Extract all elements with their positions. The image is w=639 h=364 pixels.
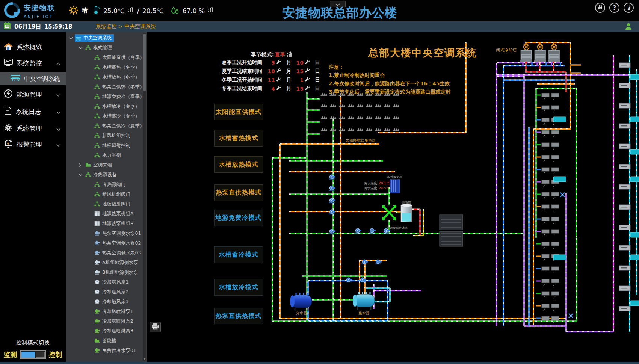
heat-exchanger-label: 板式换热器 <box>387 175 402 179</box>
tree-item-5[interactable]: 热泵直供热（冬季） <box>66 82 147 92</box>
chevron-right-icon[interactable] <box>79 163 83 167</box>
tree-item-32[interactable]: 免费供冷水泵01 <box>66 346 147 355</box>
water-pump-icon[interactable] <box>329 198 335 203</box>
fan-icon <box>94 279 100 285</box>
storage-tank[interactable] <box>401 204 412 222</box>
tree-item-20[interactable]: 热泵空调侧水泵01 <box>66 228 147 238</box>
unit-control-button[interactable] <box>630 177 639 182</box>
tree-item-label: 热泵空调侧水泵03 <box>102 250 141 256</box>
tree-item-10[interactable]: 新风机组控制 <box>66 131 147 140</box>
breadcrumb[interactable]: 系统监控 > 中央空调系统 <box>95 23 156 30</box>
fan-coil-icon[interactable] <box>569 314 573 318</box>
tree-item-26[interactable]: 冷却塔风扇2 <box>66 287 147 297</box>
cooling-towers[interactable] <box>520 44 560 62</box>
unit-control-button[interactable] <box>630 301 639 306</box>
trend-chart-icon[interactable] <box>128 7 134 14</box>
tree-item-12[interactable]: 水力平衡 <box>66 150 147 160</box>
tree-item-13[interactable]: 空调末端 <box>66 160 147 170</box>
help-button[interactable]: ? <box>609 3 619 13</box>
sidebar-item-2[interactable]: 中央空调系统 <box>0 72 66 85</box>
sidebar-item-4[interactable]: 系统日志 <box>0 104 66 119</box>
scroll-down-icon[interactable]: ▼ <box>143 357 146 361</box>
tree-item-24[interactable]: B机组地源侧水泵 <box>66 267 147 277</box>
tree-item-label: B机组地源侧水泵 <box>102 269 138 276</box>
crossover-valve[interactable] <box>382 205 396 220</box>
water-pump-icon[interactable] <box>329 210 335 214</box>
chevron-down-icon[interactable] <box>79 174 83 176</box>
unit-control-button[interactable] <box>630 255 639 260</box>
heat-pump-units[interactable] <box>440 215 463 246</box>
bottom-bar <box>0 362 639 364</box>
solar-collector-array[interactable] <box>320 92 399 131</box>
tree-item-8[interactable]: 水槽蓄冷（夏季） <box>66 111 147 121</box>
tree-item-3[interactable]: 水槽蓄热（冬季） <box>66 62 147 72</box>
tree-item-30[interactable]: 冷却塔喷淋泵3 <box>66 326 147 336</box>
unit-control-button[interactable] <box>553 117 566 122</box>
tree-item-15[interactable]: 冷热源阀门 <box>66 180 147 189</box>
user-icon[interactable] <box>625 23 632 32</box>
tree-item-label: 水槽放冷（夏季） <box>102 103 140 110</box>
control-mode-label: 控制 <box>49 350 62 359</box>
tree-item-21[interactable]: 热泵空调侧水泵02 <box>66 238 147 248</box>
hvac-diagram-canvas: 总部大楼中央空调系统 季节模式: 夏季 夏季工况开始时间5月10日夏季工况结束时… <box>147 32 639 362</box>
mode-toggle[interactable] <box>20 350 46 359</box>
print-button[interactable] <box>150 322 161 332</box>
tree-item-4[interactable]: 水槽放热（冬季） <box>66 72 147 82</box>
unit-control-button[interactable] <box>553 177 566 182</box>
trend-chart-icon[interactable] <box>208 7 214 14</box>
tree-item-0[interactable]: 中央空调系统 <box>66 33 147 43</box>
sidebar-item-5[interactable]: 系统管理 <box>0 121 66 136</box>
lock-button[interactable] <box>595 3 605 13</box>
tree-item-29[interactable]: 冷却塔喷淋泵2 <box>66 316 147 326</box>
tree-item-label: 冷热源阀门 <box>102 181 126 188</box>
water-distributor[interactable] <box>290 293 312 311</box>
water-pump-icon[interactable] <box>346 278 352 282</box>
water-pump-icon[interactable] <box>369 228 376 233</box>
chevron-down-icon[interactable] <box>69 37 73 39</box>
water-pump-icon[interactable] <box>329 229 335 234</box>
tree-item-7[interactable]: 水槽放冷（夏季） <box>66 101 147 111</box>
tree-item-16[interactable]: 新风机组阀门 <box>66 189 147 199</box>
info-button[interactable]: i <box>624 3 634 13</box>
tree-item-1[interactable]: 模式管理 <box>66 43 147 53</box>
water-collector[interactable] <box>353 292 375 310</box>
tree-item-28[interactable]: 冷却塔喷淋泵1 <box>66 307 147 316</box>
unit-control-button[interactable] <box>630 74 639 80</box>
tree-item-14[interactable]: 冷热源设备 <box>66 170 147 180</box>
tree-scrollbar[interactable]: ▼ <box>143 33 146 361</box>
branch-tag <box>542 267 549 270</box>
tree-item-19[interactable]: 地源热泵机组B <box>66 219 147 228</box>
tree-item-2[interactable]: 太阳能直供（冬季） <box>66 53 147 62</box>
sidebar-item-0[interactable]: 系统概览 <box>0 40 66 54</box>
tree-item-23[interactable]: A机组地源侧水泵 <box>66 258 147 267</box>
tree-item-11[interactable]: 地板辐射控制 <box>66 140 147 150</box>
tree-item-9[interactable]: 热泵直供冷（夏季） <box>66 121 147 131</box>
tree-item-label: 水槽放热（冬季） <box>102 74 140 80</box>
branch-tag <box>542 254 549 258</box>
tree-item-27[interactable]: 冷却塔风扇3 <box>66 297 147 307</box>
fan-coil-icon[interactable] <box>560 193 565 197</box>
unit-control-button[interactable] <box>630 232 639 237</box>
tree-item-6[interactable]: 地源免费冷（夏季） <box>66 92 147 101</box>
tree-item-25[interactable]: 冷却塔风扇1 <box>66 277 147 287</box>
current-time: 15:59:18 <box>44 23 73 30</box>
sidebar-item-3[interactable]: 能源管理 <box>0 87 66 101</box>
branch-tag <box>542 106 549 109</box>
tree-item-18[interactable]: 地源热泵机组A <box>66 209 147 219</box>
unit-control-button[interactable] <box>553 255 566 260</box>
tree-item-31[interactable]: 蓄能槽 <box>66 336 147 346</box>
tree-item-22[interactable]: 热泵空调侧水泵03 <box>66 248 147 258</box>
water-pump-icon[interactable] <box>355 228 361 233</box>
log-icon <box>4 106 12 117</box>
water-pump-icon[interactable] <box>329 175 335 180</box>
sidebar-item-1[interactable]: 系统监控 <box>0 56 66 70</box>
chevron-down-icon[interactable] <box>79 47 83 49</box>
plate-heat-exchanger[interactable] <box>390 180 400 193</box>
unit-control-button[interactable] <box>630 149 639 154</box>
scrollbar-thumb[interactable] <box>143 34 146 91</box>
unit-control-button[interactable] <box>630 117 639 122</box>
cooling-tower-label: 闭式冷却塔 <box>496 48 517 53</box>
sidebar-item-6[interactable]: 报警管理 <box>0 137 66 151</box>
tree-item-17[interactable]: 地板辐射阀门 <box>66 199 147 209</box>
water-pump-icon[interactable] <box>329 186 335 191</box>
